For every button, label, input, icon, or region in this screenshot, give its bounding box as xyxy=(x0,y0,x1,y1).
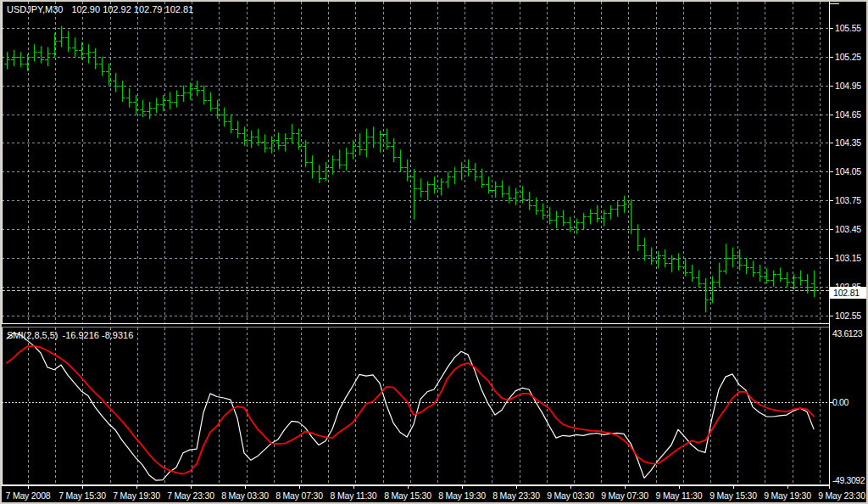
time-axis-label: 7 May 23:30 xyxy=(167,490,214,501)
smi-axis-zero-tick xyxy=(830,402,833,403)
price-axis-label: 105.55 xyxy=(835,23,861,33)
time-axis-label: 8 May 07:30 xyxy=(275,490,323,501)
time-axis[interactable]: 7 May 20087 May 15:307 May 19:307 May 23… xyxy=(2,489,866,502)
price-axis-tick xyxy=(830,258,833,259)
time-axis-label: 9 May 03:30 xyxy=(547,490,594,501)
chart-title: USDJPY,M30102.90 102.92 102.79 102.81 xyxy=(7,4,193,14)
ohlc-values-label: 102.90 102.92 102.79 102.81 xyxy=(71,4,193,14)
price-axis[interactable]: 102.81 105.55105.25104.95104.65104.35104… xyxy=(829,2,866,489)
smi-axis-zero-label: 0.00 xyxy=(832,397,849,407)
time-axis-label: 8 May 03:30 xyxy=(221,490,269,501)
price-axis-label: 103.15 xyxy=(835,253,861,263)
price-axis-label: 104.95 xyxy=(835,81,861,91)
axis-top-bracket xyxy=(829,3,839,4)
price-axis-label: 102.55 xyxy=(835,311,861,321)
time-axis-label: 8 May 19:30 xyxy=(438,490,486,501)
indicator-name-label: SMI(2,8,5,5) xyxy=(7,330,58,340)
chart-window: USDJPY,M30102.90 102.92 102.79 102.81 SM… xyxy=(0,0,868,504)
price-axis-label: 103.45 xyxy=(835,224,861,234)
indicator-pane[interactable]: SMI(2,8,5,5)-16.9216 -8.9316 xyxy=(2,328,829,484)
smi-axis-min-label: -49.3092 xyxy=(832,475,865,485)
time-axis-label: 7 May 19:30 xyxy=(113,490,160,501)
price-axis-tick xyxy=(830,57,833,58)
time-axis-label: 9 May 15:30 xyxy=(709,490,757,501)
smi-axis-max-label: 43.6123 xyxy=(832,328,862,339)
price-axis-tick xyxy=(830,200,833,201)
price-axis-tick xyxy=(830,316,833,316)
indicator-title: SMI(2,8,5,5)-16.9216 -8.9316 xyxy=(7,330,133,340)
price-axis-label: 104.05 xyxy=(835,166,861,176)
price-axis-label: 104.35 xyxy=(835,137,861,148)
price-chart-pane[interactable]: USDJPY,M30102.90 102.92 102.79 102.81 xyxy=(2,2,829,323)
price-axis-label: 104.65 xyxy=(835,109,861,120)
price-axis-label: 105.25 xyxy=(835,52,861,62)
price-axis-label: 103.75 xyxy=(835,195,861,205)
time-axis-label: 8 May 15:30 xyxy=(384,490,431,501)
time-axis-label: 7 May 2008 xyxy=(6,490,51,501)
price-axis-tick xyxy=(830,86,833,87)
indicator-values-label: -16.9216 -8.9316 xyxy=(63,330,134,340)
time-axis-label: 7 May 15:30 xyxy=(58,490,106,501)
time-axis-label: 9 May 11:30 xyxy=(656,490,703,501)
time-axis-label: 9 May 19:30 xyxy=(764,490,811,501)
price-axis-tick xyxy=(830,28,833,29)
price-chart-canvas[interactable] xyxy=(2,2,829,323)
price-axis-tick xyxy=(830,115,833,115)
time-axis-label: 8 May 23:30 xyxy=(492,490,540,501)
price-axis-tick xyxy=(830,143,833,143)
time-axis-label: 9 May 23:30 xyxy=(818,490,865,501)
time-axis-label: 8 May 11:30 xyxy=(331,490,377,501)
symbol-timeframe-label: USDJPY,M30 xyxy=(7,4,63,14)
current-price-box: 102.81 xyxy=(830,287,866,299)
indicator-canvas[interactable] xyxy=(2,328,829,484)
price-axis-tick xyxy=(830,229,833,230)
time-axis-label: 9 May 07:30 xyxy=(601,490,648,501)
price-axis-tick xyxy=(830,171,833,172)
